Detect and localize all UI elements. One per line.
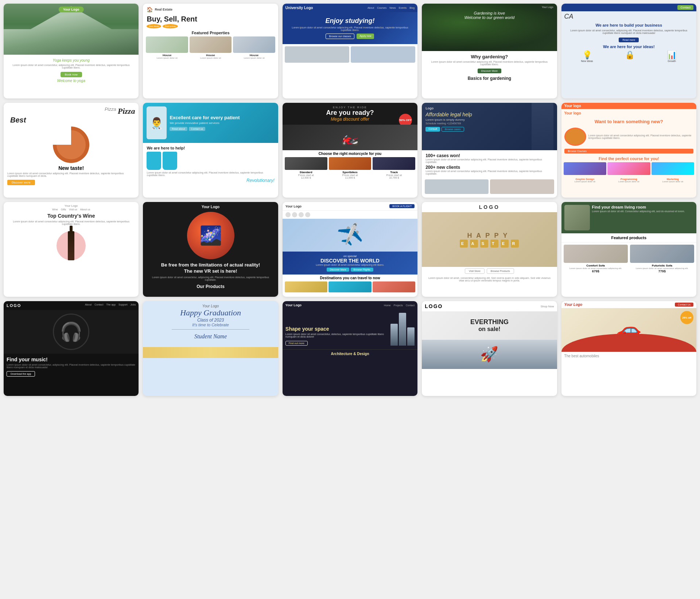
- property-image-2: [190, 36, 232, 53]
- music-nav-jobs[interactable]: Jobs: [131, 303, 136, 308]
- car-visual: 🚗 25% off: [561, 308, 696, 352]
- happy-label: HAPPY: [460, 232, 519, 240]
- university-desc: Lorem ipsum dolor sit amet consectetur a…: [286, 26, 414, 31]
- easter-card: LOGO HAPPY E A S T E R Visit Store Brows…: [422, 202, 557, 297]
- social-icons: [283, 211, 417, 219]
- sportbike-image: [329, 157, 372, 170]
- gardening-hero: Gardening is love Welcome to our green w…: [422, 4, 557, 51]
- arch-nav-1[interactable]: Home: [384, 304, 391, 307]
- find-music-title: Find your music!: [7, 357, 136, 362]
- music-nav-about[interactable]: About: [85, 303, 92, 308]
- nav-blog[interactable]: Blog: [409, 7, 415, 9]
- letter-e1: E: [460, 240, 468, 248]
- footer-decoration: [143, 347, 278, 358]
- medical-top-text: Excellent care for every patient We prov…: [170, 115, 240, 131]
- gardening-discover-button[interactable]: Discover More: [478, 69, 501, 73]
- social-icon-3[interactable]: [299, 212, 304, 217]
- music-nav-contact[interactable]: Contact: [94, 303, 103, 308]
- nav-news[interactable]: News: [389, 7, 396, 9]
- easter-label: E A S T E R: [460, 240, 519, 248]
- want-learn-text: Want to learn something new?: [561, 117, 696, 126]
- sale-logo-area: LOGO Shop Now: [422, 301, 557, 311]
- thumbnail-area: Lorem ipsum dolor sit amet consectetur a…: [561, 126, 696, 147]
- book-flight-button[interactable]: BOOK A FLIGHT: [389, 204, 415, 208]
- browse-products-button[interactable]: Browse Products: [487, 268, 514, 274]
- our-products: Our Products: [143, 284, 278, 289]
- learn-logo-top: Your logo: [564, 104, 581, 108]
- yoga-card: Your Logo Yoga keeps you young Lorem ips…: [4, 4, 139, 98]
- apply-now-button[interactable]: Apply now: [357, 34, 374, 39]
- legal-image-2: [490, 179, 554, 194]
- yoga-book-button[interactable]: Book now: [61, 72, 82, 77]
- social-icon-4[interactable]: [305, 212, 310, 217]
- business-icons: 💡 New Ideas 🔒 📊 Growth: [565, 49, 693, 64]
- car-contact-button[interactable]: Contact Us: [675, 303, 693, 307]
- wine-nav-about[interactable]: About us: [80, 208, 90, 211]
- wine-nav-gifts[interactable]: Gifts: [61, 208, 66, 211]
- moto-top: ENJOY THE RIDE Are you ready? Mega disco…: [283, 103, 417, 125]
- arch-nav-2[interactable]: Projects: [394, 304, 403, 307]
- social-icon-1[interactable]: [285, 212, 291, 217]
- property-label-1: House: [146, 54, 188, 57]
- read-about-button[interactable]: Read about: [170, 127, 187, 131]
- browse-courses-button[interactable]: Browse Courses: [564, 149, 693, 153]
- browse-flights-button[interactable]: Browse Flights: [351, 268, 373, 272]
- everything-text: EVERTHING: [425, 319, 554, 326]
- contact-button[interactable]: Contact: [677, 5, 693, 10]
- wine-nav-visit[interactable]: Visit us: [69, 208, 77, 211]
- consult-button[interactable]: Consult: [425, 127, 440, 132]
- download-app-button[interactable]: Download the app: [7, 371, 35, 377]
- car-body: The best automobiles: [561, 352, 696, 360]
- nav-events[interactable]: Events: [399, 7, 407, 9]
- programming-sub: Lorem ipsum dolor sit: [607, 180, 650, 183]
- find-out-button[interactable]: Find out more: [285, 341, 308, 346]
- gloves-display: [147, 152, 274, 170]
- badge-1: Best deals: [147, 24, 161, 28]
- destination-images: [283, 281, 417, 295]
- uni-image-1: [285, 46, 349, 63]
- discover-buttons: Discover More Browse Flights: [285, 268, 415, 272]
- sportbike-name: Sportbikes: [329, 171, 372, 174]
- wine-nav-wine[interactable]: Wine: [52, 208, 58, 211]
- find-dream-desc: Lorem ipsum sit dolor sit elit. Consecte…: [592, 210, 685, 213]
- medical-desc: Lorem ipsum dolor sit amet consectetur a…: [147, 171, 274, 176]
- best-label: Best: [10, 116, 135, 124]
- arch-nav-3[interactable]: Contact: [406, 304, 415, 307]
- read-more-button[interactable]: Read more: [619, 38, 639, 42]
- product-price-1: 679$: [564, 269, 628, 273]
- shop-now[interactable]: Shop Now: [541, 305, 554, 308]
- lock-icon-item: 🔒: [625, 50, 635, 62]
- yoga-logo: Your Logo: [59, 7, 83, 12]
- property-2: House Lorem ipsum dolor sit: [190, 36, 232, 59]
- marketing-title: Marketing: [652, 178, 694, 180]
- property-sub-1: Lorem ipsum dolor sit: [146, 57, 188, 59]
- pizza-header: Pizza Pizza: [7, 106, 135, 116]
- visit-store-button[interactable]: Visit Store: [465, 268, 485, 274]
- pizza-script-label: Pizza: [105, 106, 116, 116]
- music-nav-app[interactable]: The app: [106, 303, 116, 308]
- nav-courses[interactable]: Courses: [377, 7, 386, 9]
- browse-classes-button[interactable]: Browse our classes: [326, 34, 354, 39]
- mega-discount: Mega discount offer: [286, 117, 414, 122]
- product-1: Comfort Sofa Lorem ipsum dolor sit amet …: [564, 245, 628, 273]
- music-nav-support[interactable]: Support: [118, 303, 128, 308]
- music-card: LOGO About Contact The app Support Jobs …: [4, 301, 139, 396]
- music-desc: Lorem ipsum dolor sit amet consectetur, …: [7, 363, 136, 369]
- pizza-title: Pizza: [118, 106, 135, 116]
- discover-more-button[interactable]: Discover More: [327, 268, 349, 272]
- arch-bottom: Architecture & Design: [283, 349, 417, 358]
- arch-desc: Lorem ipsum dolor sit amet consectetur, …: [285, 333, 388, 338]
- browse-cases-button[interactable]: Browse cases: [442, 127, 464, 132]
- social-icon-2[interactable]: [292, 212, 297, 217]
- property-image-3: [233, 36, 275, 53]
- celebrate-text: It's time to Celebrate: [146, 323, 275, 327]
- realestate-hero: Buy, Sell, Rent: [143, 14, 278, 24]
- contact-us-button[interactable]: Contact us: [189, 127, 205, 131]
- property-label-3: House: [233, 54, 275, 57]
- pizza-discover-button[interactable]: Discover more: [7, 180, 35, 185]
- wine-logo: Your Logo: [4, 202, 139, 208]
- product-2: Futuristic Sofa Lorem ipsum dolor sit am…: [630, 245, 694, 273]
- nav-about[interactable]: About: [368, 7, 374, 9]
- track-moto-image: [373, 157, 415, 170]
- why-gardening: Why gardening?: [425, 54, 553, 59]
